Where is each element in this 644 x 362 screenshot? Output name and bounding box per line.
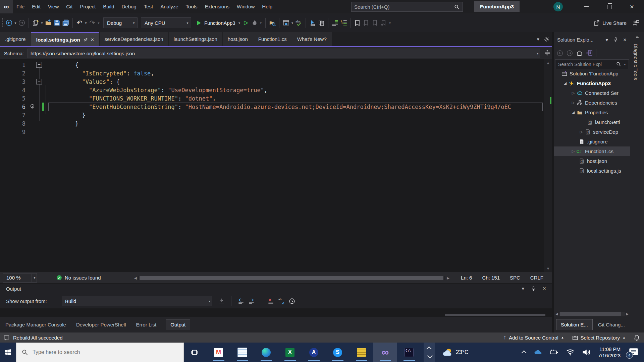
- navigate-back-icon[interactable]: [5, 18, 13, 28]
- add-to-source-control-button[interactable]: ↑ Add to Source Control ▲: [503, 335, 564, 341]
- menu-item-git[interactable]: Git: [62, 0, 76, 13]
- window-layout-dropdown[interactable]: ▾: [290, 21, 294, 25]
- output-horizontal-scrollbar[interactable]: [445, 314, 545, 316]
- line-ending-indicator[interactable]: CRLF: [530, 275, 543, 281]
- start-without-debugging-icon[interactable]: [241, 18, 250, 28]
- navigate-back-dropdown[interactable]: ▾: [13, 21, 17, 25]
- select-tool-icon[interactable]: [308, 18, 317, 28]
- onedrive-icon[interactable]: [534, 348, 542, 357]
- panel-tab-output[interactable]: Output: [166, 319, 190, 330]
- live-share-button[interactable]: Live Share: [593, 20, 627, 26]
- minimize-button[interactable]: [578, 0, 595, 13]
- select-repository-button[interactable]: Select Repository ▲: [572, 335, 626, 341]
- taskbar-app-terminal[interactable]: C:\: [397, 343, 421, 362]
- menu-item-window[interactable]: Window: [233, 0, 258, 13]
- word-wrap-icon[interactable]: ab: [278, 298, 285, 304]
- taskbar-app-skype[interactable]: S: [326, 343, 350, 362]
- code-line-9[interactable]: 9: [0, 128, 552, 136]
- tree-item-solution-functionapp[interactable]: Solution 'FunctionApp: [554, 69, 630, 78]
- code-line-8[interactable]: 8}: [0, 119, 552, 128]
- tab-options-gear-icon[interactable]: [544, 37, 549, 42]
- switch-views-icon[interactable]: [586, 50, 593, 56]
- tree-expanded-icon[interactable]: ◢: [562, 81, 568, 85]
- editor-vertical-scrollbar[interactable]: ▲ ▼: [544, 59, 552, 272]
- navigate-forward-icon[interactable]: [17, 18, 26, 28]
- menu-item-file[interactable]: File: [13, 0, 28, 13]
- previous-bookmark-icon[interactable]: [362, 18, 371, 28]
- tab-what-s-new-[interactable]: What's New?: [292, 32, 332, 46]
- tab-launchsettings-json[interactable]: launchSettings.json: [169, 32, 222, 46]
- spaces-indicator[interactable]: SPC: [510, 275, 520, 281]
- taskbar-app-letter-a-app[interactable]: A: [302, 343, 326, 362]
- solution-platforms-dropdown[interactable]: Any CPU▾: [141, 17, 191, 28]
- tree-collapsed-icon[interactable]: ▷: [578, 130, 584, 134]
- indent-lines-icon[interactable]: [331, 18, 339, 28]
- solution-search-box[interactable]: Search Solution Expl ▾: [555, 59, 629, 69]
- schema-url-dropdown[interactable]: https://json.schemastore.org/local.setti…: [28, 49, 540, 58]
- toolbar-grip[interactable]: [2, 17, 5, 28]
- volume-icon[interactable]: [582, 348, 591, 357]
- wifi-icon[interactable]: [566, 348, 575, 357]
- tree-item-launchsetti[interactable]: {)launchSetti: [554, 117, 630, 127]
- zoom-level-dropdown[interactable]: 100 % ▾: [3, 273, 37, 283]
- quick-search-box[interactable]: [351, 2, 463, 12]
- explorer-horizontal-scrollbar[interactable]: ◀ ▶: [554, 311, 630, 317]
- tab-host-json[interactable]: host.json: [223, 32, 253, 46]
- next-bookmark-icon[interactable]: [371, 18, 379, 28]
- tab-local-settings-json[interactable]: local.settings.json×: [31, 32, 99, 46]
- tab-list-dropdown[interactable]: ▾: [537, 36, 539, 42]
- bookmark-icon[interactable]: [353, 18, 362, 28]
- taskbar-app-gmail[interactable]: M: [207, 343, 230, 362]
- code-editor[interactable]: 1–{2 "IsEncrypted": false,3– "Values": {…: [0, 59, 552, 272]
- output-source-dropdown[interactable]: Build ▾: [62, 296, 212, 306]
- weather-widget[interactable]: 23°C: [442, 347, 469, 357]
- forward-icon[interactable]: [567, 50, 573, 56]
- code-line-4[interactable]: 4 "AzureWebJobsStorage": "UseDevelopment…: [0, 86, 552, 94]
- spell-check-icon[interactable]: abc: [294, 18, 303, 28]
- code-line-1[interactable]: 1–{: [0, 61, 552, 69]
- taskbar-app-layers[interactable]: [350, 343, 373, 362]
- solution-explorer-dropdown[interactable]: ▾: [606, 37, 608, 43]
- quick-search-input[interactable]: [352, 4, 454, 10]
- tree-item-dependencies[interactable]: ▷Dependencies: [554, 98, 630, 108]
- editor-horizontal-scrollbar[interactable]: ◀ ▶: [134, 276, 449, 280]
- output-window-dropdown[interactable]: ▾: [522, 286, 525, 292]
- hot-reload-dropdown[interactable]: ▾: [259, 21, 263, 25]
- feedback-person-icon[interactable]: [633, 19, 639, 26]
- timestamp-clock-icon[interactable]: [289, 298, 295, 304]
- menu-item-project[interactable]: Project: [76, 0, 99, 13]
- search-icon[interactable]: [454, 4, 460, 10]
- diagnostic-tools-tab[interactable]: Diagnostic Tools: [633, 44, 639, 80]
- hot-reload-icon[interactable]: [250, 18, 259, 28]
- menu-item-build[interactable]: Build: [99, 0, 118, 13]
- close-panel-icon[interactable]: ×: [543, 285, 546, 292]
- next-message-icon[interactable]: [248, 298, 255, 304]
- redo-icon[interactable]: ↷: [88, 18, 97, 28]
- lightbulb-icon[interactable]: [30, 104, 35, 110]
- fold-collapse-box[interactable]: –: [36, 62, 42, 68]
- find-in-files-icon[interactable]: [268, 18, 277, 28]
- restore-button[interactable]: [600, 0, 618, 13]
- explorer-tab-solution-e-[interactable]: Solution E...: [556, 319, 593, 330]
- code-line-3[interactable]: 3– "Values": {: [0, 77, 552, 86]
- output-content[interactable]: [0, 308, 552, 317]
- column-indicator[interactable]: Ch: 151: [482, 275, 500, 281]
- taskbar-app-edge[interactable]: [254, 343, 278, 362]
- taskbar-app-visual-studio[interactable]: ∞: [373, 343, 397, 362]
- tree-item-connected-ser[interactable]: ▷Connected Ser: [554, 88, 630, 98]
- line-indicator[interactable]: Ln: 6: [461, 275, 472, 281]
- tree-collapsed-icon[interactable]: ▷: [570, 149, 576, 154]
- tree-item-function1-cs[interactable]: ▷C#Function1.cs: [554, 146, 630, 156]
- menu-item-debug[interactable]: Debug: [118, 0, 140, 13]
- tree-item-functionapp3[interactable]: ◢FunctionApp3: [554, 78, 630, 88]
- tree-item-local-settings-js[interactable]: {)local.settings.js: [554, 166, 630, 176]
- clear-all-icon[interactable]: [268, 298, 274, 304]
- diagnostic-tools-strip[interactable]: ▸▸ Diagnostic Tools: [630, 32, 644, 333]
- bookmarks-overflow-dropdown[interactable]: ▾: [388, 21, 392, 25]
- taskbar-search-input[interactable]: [32, 349, 183, 356]
- solution-configurations-dropdown[interactable]: Debug▾: [103, 17, 138, 28]
- previous-message-icon[interactable]: [238, 298, 244, 304]
- new-item-dropdown[interactable]: ▾: [40, 21, 44, 25]
- save-icon[interactable]: [53, 18, 61, 28]
- tree-item-servicedep[interactable]: ▷{)serviceDep: [554, 127, 630, 137]
